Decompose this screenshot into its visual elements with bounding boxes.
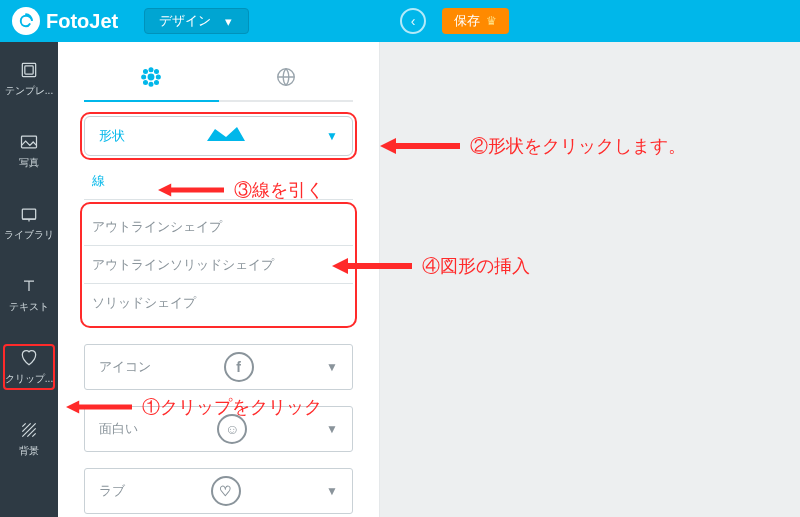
nav-text[interactable]: テキスト xyxy=(7,272,51,318)
nav-bg-label: 背景 xyxy=(19,444,39,458)
brand-name: FotoJet xyxy=(46,10,118,33)
svg-rect-3 xyxy=(22,209,35,219)
design-mode-dropdown[interactable]: デザイン ▾ xyxy=(144,8,249,34)
shape-crown-icon xyxy=(205,125,247,148)
svg-point-9 xyxy=(144,70,148,74)
caret-down-icon: ▼ xyxy=(326,484,338,498)
caret-down-icon: ▼ xyxy=(326,360,338,374)
shape-option-line[interactable]: 線 xyxy=(84,162,353,200)
nav-photo[interactable]: 写真 xyxy=(17,128,41,174)
nav-clip[interactable]: クリップ... xyxy=(3,344,55,390)
nav-text-label: テキスト xyxy=(9,300,49,314)
save-button[interactable]: 保存 ♛ xyxy=(442,8,509,34)
svg-rect-1 xyxy=(25,66,33,74)
logo-icon xyxy=(12,7,40,35)
nav-library[interactable]: ライブラリ xyxy=(2,200,56,246)
back-button[interactable]: ‹ xyxy=(400,8,426,34)
left-nav: テンプレ... 写真 ライブラリ テキスト クリップ... 背景 xyxy=(0,42,58,517)
tab-underline xyxy=(84,100,353,102)
svg-rect-2 xyxy=(22,136,37,148)
nav-photo-label: 写真 xyxy=(19,156,39,170)
svg-point-6 xyxy=(149,83,153,87)
category-funny[interactable]: 面白い ☺ ▼ xyxy=(84,406,353,452)
svg-point-10 xyxy=(155,70,159,74)
svg-point-4 xyxy=(149,74,155,80)
tab-shapes[interactable] xyxy=(84,66,219,88)
category-icon[interactable]: アイコン f ▼ xyxy=(84,344,353,390)
svg-point-5 xyxy=(149,68,153,72)
shape-option-outline-solid-label: アウトラインソリッドシェイプ xyxy=(92,256,274,274)
top-bar: FotoJet デザイン ▾ ‹ 保存 ♛ xyxy=(0,0,800,42)
canvas-area[interactable] xyxy=(380,42,800,517)
shape-dropdown[interactable]: 形状 ▼ xyxy=(84,116,353,156)
caret-down-icon: ▼ xyxy=(326,422,338,436)
chevron-left-icon: ‹ xyxy=(411,13,416,29)
nav-clip-label: クリップ... xyxy=(5,372,53,386)
design-mode-label: デザイン xyxy=(159,12,211,30)
shape-option-outline-solid[interactable]: アウトラインソリッドシェイプ xyxy=(84,246,353,284)
caret-down-icon: ▼ xyxy=(326,129,338,143)
shape-option-outline-label: アウトラインシェイプ xyxy=(92,218,222,236)
tab-row xyxy=(84,52,353,102)
category-love-label: ラブ xyxy=(99,482,125,500)
logo: FotoJet xyxy=(12,7,118,35)
shape-option-solid[interactable]: ソリッドシェイプ xyxy=(84,284,353,322)
category-love[interactable]: ラブ ♡ ▼ xyxy=(84,468,353,514)
save-label: 保存 xyxy=(454,12,480,30)
clip-panel: 形状 ▼ 線 アウトラインシェイプ アウトラインソリッドシェイプ ソリッドシェイ… xyxy=(58,42,380,517)
tab-web[interactable] xyxy=(219,66,354,88)
nav-background[interactable]: 背景 xyxy=(17,416,41,462)
shape-dropdown-label: 形状 xyxy=(99,127,125,145)
shape-options: 線 アウトラインシェイプ アウトラインソリッドシェイプ ソリッドシェイプ xyxy=(84,162,353,324)
nav-template-label: テンプレ... xyxy=(5,84,53,98)
shape-option-line-label: 線 xyxy=(92,172,105,190)
svg-point-12 xyxy=(155,81,159,85)
nav-library-label: ライブラリ xyxy=(4,228,54,242)
shape-option-solid-label: ソリッドシェイプ xyxy=(92,294,196,312)
category-funny-label: 面白い xyxy=(99,420,138,438)
crown-icon: ♛ xyxy=(486,14,497,28)
shape-option-outline[interactable]: アウトラインシェイプ xyxy=(84,208,353,246)
smile-icon: ☺ xyxy=(217,414,247,444)
facebook-icon: f xyxy=(224,352,254,382)
nav-template[interactable]: テンプレ... xyxy=(3,56,55,102)
caret-down-icon: ▾ xyxy=(225,14,232,29)
svg-point-8 xyxy=(157,75,161,79)
heart-icon: ♡ xyxy=(211,476,241,506)
svg-point-11 xyxy=(144,81,148,85)
svg-point-7 xyxy=(142,75,146,79)
category-icon-label: アイコン xyxy=(99,358,151,376)
